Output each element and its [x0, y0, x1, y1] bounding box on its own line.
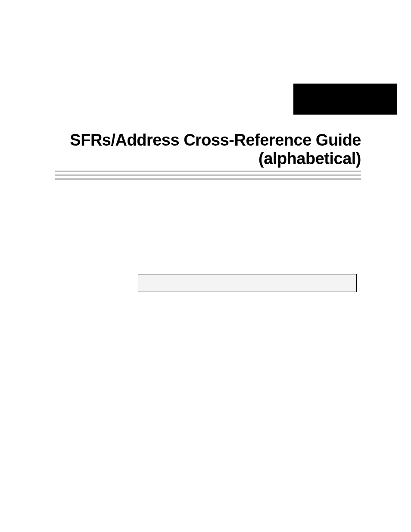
topic-banner-box	[138, 274, 357, 292]
title-underlines	[55, 171, 361, 182]
chapter-tab	[293, 84, 397, 115]
divider-line	[55, 174, 361, 176]
divider-line	[55, 178, 361, 180]
title-line-1: SFRs/Address Cross-Reference Guide	[55, 131, 361, 149]
title-line-2: (alphabetical)	[55, 149, 361, 168]
divider-line	[55, 171, 361, 172]
document-page: SFRs/Address Cross-Reference Guide (alph…	[0, 0, 411, 532]
page-title: SFRs/Address Cross-Reference Guide (alph…	[55, 131, 361, 168]
